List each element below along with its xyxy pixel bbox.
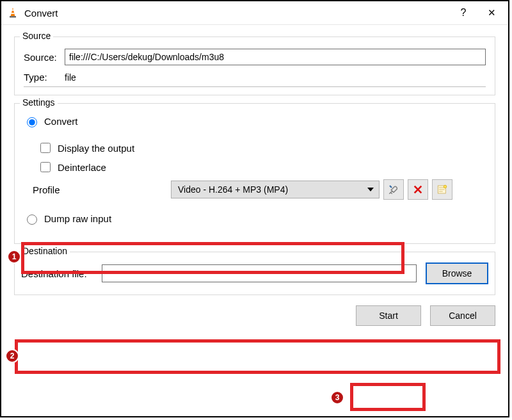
convert-radio-label: Convert — [44, 116, 78, 127]
titlebar: Convert ? ✕ — [1, 1, 508, 25]
svg-rect-2 — [12, 13, 15, 14]
destination-file-label: Destination file: — [21, 268, 102, 279]
svg-rect-1 — [12, 10, 13, 11]
display-output-label: Display the output — [58, 143, 134, 154]
convert-radio[interactable]: Convert — [24, 115, 78, 127]
help-button[interactable]: ? — [449, 1, 477, 24]
chevron-down-icon — [367, 188, 374, 191]
type-value: file — [65, 72, 76, 83]
settings-legend: Settings — [20, 97, 58, 108]
destination-group: Destination Destination file: Browse — [14, 252, 495, 295]
convert-radio-input[interactable] — [27, 117, 37, 127]
edit-profile-button[interactable] — [383, 179, 404, 200]
wrench-screwdriver-icon — [388, 184, 399, 195]
settings-group: Settings Convert Display the output Dein… — [14, 103, 495, 244]
destination-file-input[interactable] — [102, 264, 417, 282]
source-group: Source Source: Type: file — [14, 36, 495, 95]
type-label: Type: — [24, 72, 65, 83]
annotation-number-3: 3 — [330, 391, 344, 405]
svg-point-5 — [444, 185, 447, 188]
delete-profile-button[interactable] — [408, 179, 428, 200]
destination-legend: Destination — [20, 246, 70, 256]
divider — [24, 86, 486, 87]
dump-radio-input[interactable] — [27, 214, 37, 225]
start-button[interactable]: Start — [356, 305, 421, 326]
deinterlace-label: Deinterlace — [58, 162, 106, 173]
profile-row: Profile Video - H.264 + MP3 (MP4) — [24, 179, 486, 200]
profile-select[interactable]: Video - H.264 + MP3 (MP4) — [171, 181, 380, 198]
profile-label: Profile — [24, 184, 171, 195]
browse-button[interactable]: Browse — [426, 262, 488, 284]
annotation-box-2 — [15, 339, 500, 374]
source-label: Source: — [24, 52, 65, 63]
annotation-number-2: 2 — [5, 349, 19, 363]
window-title: Convert — [24, 8, 58, 19]
delete-x-icon — [413, 184, 423, 195]
annotation-box-3 — [350, 383, 426, 411]
svg-rect-3 — [10, 16, 16, 18]
profile-selected-value: Video - H.264 + MP3 (MP4) — [178, 184, 288, 195]
display-output-checkbox[interactable]: Display the output — [38, 141, 134, 155]
deinterlace-checkbox[interactable]: Deinterlace — [38, 160, 106, 174]
source-input[interactable] — [65, 49, 486, 65]
deinterlace-checkbox-input[interactable] — [40, 162, 51, 172]
close-button[interactable]: ✕ — [477, 1, 506, 24]
dump-radio-label: Dump raw input — [44, 213, 111, 224]
vlc-logo-icon — [6, 6, 19, 19]
source-legend: Source — [20, 31, 53, 41]
new-profile-icon — [436, 184, 448, 195]
dump-radio[interactable]: Dump raw input — [24, 213, 111, 225]
cancel-button[interactable]: Cancel — [430, 305, 495, 326]
dialog-buttons: Start Cancel — [1, 299, 508, 326]
new-profile-button[interactable] — [432, 179, 452, 200]
convert-dialog: Convert ? ✕ Source Source: Type: file Se… — [0, 0, 509, 417]
svg-marker-0 — [11, 8, 15, 16]
display-output-checkbox-input[interactable] — [40, 143, 51, 153]
